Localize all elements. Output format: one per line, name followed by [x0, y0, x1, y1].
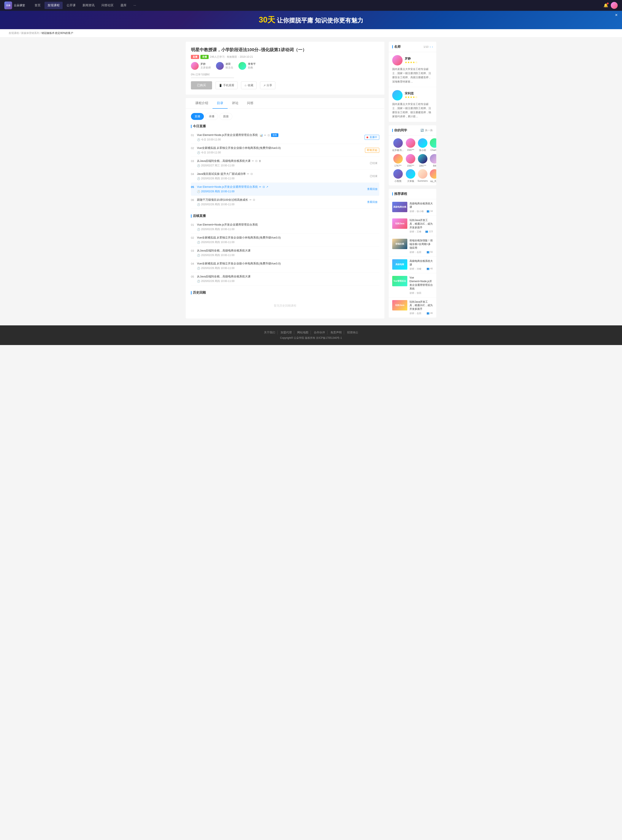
- material-tag[interactable]: 资料: [271, 133, 278, 137]
- classmate-avatar: [393, 169, 403, 179]
- nav-item-questions[interactable]: 题库: [117, 2, 130, 9]
- breadcrumb-series[interactable]: 新媒体营销系列: [21, 32, 39, 35]
- classmate-item[interactable]: 大笨狐: [406, 169, 415, 183]
- collect-label: 收藏: [248, 83, 253, 87]
- tab-qa[interactable]: 问答: [243, 98, 258, 109]
- lesson-time: 🕐 2020/02/26 周四 10:00-11:00: [197, 266, 379, 270]
- instructor-role-0: 主讲老师: [200, 66, 211, 70]
- lesson-name-active: Vue Element+Node.js开发企业通用管理后台系统 ✏ ⊡ ↗: [197, 185, 366, 189]
- rec-meta-1: 讲师：王峰 👥 123: [410, 230, 433, 233]
- copy-icon[interactable]: ⊡: [253, 199, 255, 202]
- nav-item-qa[interactable]: 问答社区: [99, 2, 117, 9]
- teachers-prev-btn[interactable]: ‹: [430, 45, 431, 48]
- classmate-item[interactable]: 张小田: [418, 138, 428, 152]
- refresh-icon: 🔄: [421, 129, 424, 132]
- footer-link-disclaimer[interactable]: 免责声明: [328, 331, 344, 334]
- rec-thumb-inner-4: Vue管理后台: [392, 276, 407, 286]
- breadcrumb-discover[interactable]: 发现课程: [9, 32, 19, 35]
- footer-link-sitemap[interactable]: 网站地图: [295, 331, 311, 334]
- classmate-item[interactable]: 1767**: [392, 154, 404, 167]
- copy-icon[interactable]: ⊡: [263, 185, 265, 188]
- classmate-avatar: [406, 169, 415, 179]
- mobile-watch-button[interactable]: 📱 手机观看: [215, 81, 238, 89]
- rec-thumb-inner-0: 高级电商全栈: [392, 202, 407, 212]
- rec-thumb-inner-1: 玩转Java: [392, 218, 407, 229]
- classmate-item[interactable]: 小熊熊: [392, 169, 404, 183]
- edit-icon[interactable]: ✏: [247, 173, 249, 176]
- instructor-info-0: 罗静 主讲老师: [200, 62, 211, 70]
- rec-meta-5: 讲师：岳田 👥 46: [410, 312, 433, 315]
- bell-icon[interactable]: 🔔: [604, 3, 608, 8]
- rec-item[interactable]: 高级电商 高级电商全栈系统大课 讲师：冷峻 👥 46: [389, 257, 436, 273]
- classmates-refresh[interactable]: 🔄 换一换: [421, 128, 433, 132]
- progress-row: 0% 已学习0课时: [191, 73, 379, 78]
- sub-tab-record[interactable]: 录播: [205, 113, 218, 120]
- lesson-name: Vue Element+Node.js开发企业通用管理后台系统 📊 ✏ ⊡ 资料: [197, 133, 364, 137]
- nav-item-open[interactable]: 公开课: [64, 2, 79, 9]
- rec-item[interactable]: Vue管理后台 Vue Element+Node.js开发企业通用管理后台系统 …: [389, 273, 436, 297]
- classmates-title: 你的同学: [392, 128, 407, 133]
- classmate-item[interactable]: 1867**: [418, 154, 428, 167]
- classmate-item[interactable]: Charles: [430, 138, 436, 152]
- sub-tab-live[interactable]: 直播: [191, 113, 204, 120]
- teacher-info-0: 罗静 ★★★★☆: [405, 57, 418, 64]
- rec-title-0: 高级电商全栈系统大课: [410, 202, 433, 209]
- lesson-name-text[interactable]: Vue Element+Node.js开发企业通用管理后台系统: [197, 185, 258, 189]
- replay-badge[interactable]: 查看回放: [366, 200, 379, 205]
- classmate-item[interactable]: Bill: [430, 154, 436, 167]
- footer-link-about[interactable]: 关于我们: [262, 331, 277, 334]
- rec-count-1: 👥 123: [425, 230, 433, 233]
- replay-badge[interactable]: 查看回放: [366, 187, 379, 191]
- rec-thumb-inner-5: 玩转Java: [392, 300, 407, 310]
- edit-icon[interactable]: ✏: [250, 199, 252, 202]
- copy-icon[interactable]: ⊡: [250, 173, 253, 176]
- course-instructors: 罗静 主讲老师 凌荷 班主任 青青平 助教: [191, 62, 379, 70]
- footer-link-recruit[interactable]: 招资纳士: [345, 331, 360, 334]
- classmate-item[interactable]: 1567**: [406, 154, 415, 167]
- nav-item-news[interactable]: 新闻资讯: [79, 2, 98, 9]
- live-badge[interactable]: 直播中: [364, 135, 379, 140]
- copy-icon[interactable]: ⊡: [268, 134, 270, 137]
- footer-link-partner[interactable]: 合作伙伴: [312, 331, 328, 334]
- refresh-label[interactable]: 换一换: [425, 128, 433, 132]
- edit-icon[interactable]: ✏: [259, 185, 261, 188]
- banner-close-btn[interactable]: ✕: [615, 13, 618, 17]
- nav-more-btn[interactable]: ···: [130, 2, 139, 9]
- footer-link-agency[interactable]: 加盟代理: [278, 331, 294, 334]
- classmate-item[interactable]: qq_天涯: [430, 169, 436, 183]
- teachers-next-btn[interactable]: ›: [432, 45, 433, 48]
- rec-item[interactable]: 前端全栈 前端全栈加强版！前端全栈+全周期+多场应用 讲师：岳田 👥 56: [389, 236, 436, 257]
- classmate-item[interactable]: 化学教书...: [392, 138, 404, 152]
- share-icon[interactable]: ↗: [266, 185, 268, 188]
- classmate-item[interactable]: Summers: [418, 169, 428, 183]
- tab-review[interactable]: 评论: [228, 98, 243, 109]
- nav-item-discover[interactable]: 发现课程: [44, 2, 63, 9]
- clock-icon: 🕐: [197, 164, 200, 167]
- lesson-time-text: 2020/02/26 周四 10:00-11:00: [201, 190, 235, 193]
- copy-icon[interactable]: ⊡: [255, 159, 258, 162]
- edit-icon[interactable]: ✏: [264, 134, 266, 137]
- tab-catalog[interactable]: 目录: [212, 98, 228, 109]
- nav-logo[interactable]: 云朵 云朵课堂: [4, 2, 25, 9]
- instructor-2: 青青平 助教: [238, 62, 256, 70]
- collect-button[interactable]: ☆ 收藏: [241, 81, 256, 89]
- rec-item[interactable]: 玩转Java 玩转Java开发工具，精通JUC，成为开发多面手 讲师：王峰 👥 …: [389, 216, 436, 236]
- rec-item[interactable]: 高级电商全栈 高级电商全栈系统大课 讲师：张小锋 👥 34: [389, 199, 436, 216]
- classmate-avatar: [393, 154, 403, 163]
- share-button[interactable]: ↗ 分享: [260, 81, 275, 89]
- course-actions: 已购买 📱 手机观看 ☆ 收藏 ↗ 分享: [191, 81, 379, 89]
- rec-item[interactable]: 玩转Java 玩转Java开发工具，精通JUC，成为开发多面手 讲师：岳田 👥 …: [389, 298, 436, 318]
- delete-icon[interactable]: 🗑: [259, 159, 261, 162]
- nav-item-home[interactable]: 首页: [32, 2, 44, 9]
- sub-tab-interview[interactable]: 面接: [220, 113, 232, 120]
- tab-intro[interactable]: 课程介绍: [191, 98, 212, 109]
- rec-title-5: 玩转Java开发工具，精通JUC，成为开发多面手: [410, 300, 433, 311]
- purchased-button[interactable]: 已购买: [191, 81, 212, 89]
- classmate-item[interactable]: 1567**: [406, 138, 415, 152]
- rec-title-3: 高级电商全栈系统大课: [410, 259, 433, 267]
- rec-thumb-inner-3: 高级电商: [392, 259, 407, 270]
- rec-teacher-2: 讲师：岳田: [410, 250, 421, 254]
- user-avatar[interactable]: [611, 2, 618, 9]
- edit-icon[interactable]: ✏: [252, 159, 254, 162]
- lesson-time: 🕐 2020/02/26 周四 10:00-11:00: [197, 177, 368, 180]
